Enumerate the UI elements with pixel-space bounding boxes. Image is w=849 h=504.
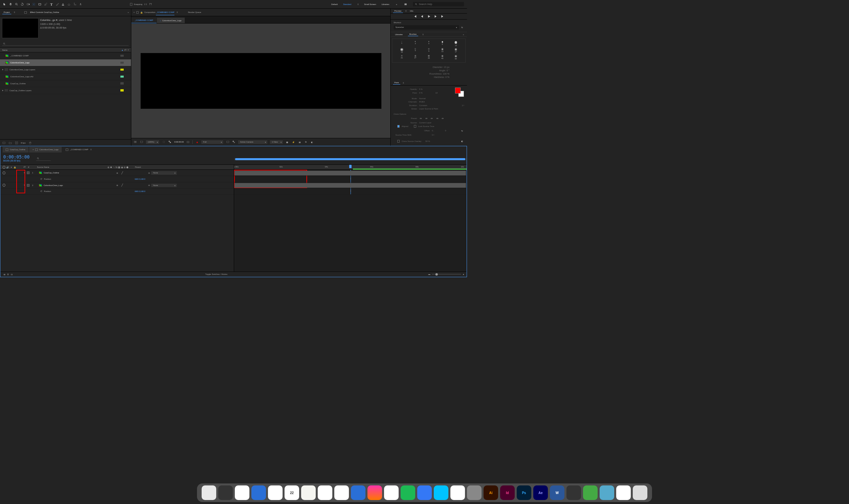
timeline-search[interactable] bbox=[36, 157, 51, 161]
snap-edge-icon[interactable] bbox=[149, 2, 152, 6]
roi-icon[interactable] bbox=[226, 140, 230, 144]
source-name-column[interactable]: Source Name bbox=[37, 166, 106, 168]
lock-toggle[interactable] bbox=[14, 184, 17, 187]
hand-tool-icon[interactable] bbox=[8, 2, 12, 6]
paint-tab[interactable]: Paint bbox=[393, 81, 401, 85]
project-item[interactable]: ColumbusCrew_Logo.c4d bbox=[0, 73, 131, 80]
current-time[interactable]: 0:00:05:00 bbox=[174, 141, 184, 143]
lock-toggle[interactable] bbox=[14, 172, 17, 175]
workspace-default[interactable]: Default bbox=[331, 3, 338, 5]
flow-value[interactable]: 0 % bbox=[419, 92, 422, 94]
play-icon[interactable] bbox=[427, 15, 431, 18]
property-value[interactable]: 660.0,168.0 bbox=[134, 190, 145, 192]
type-column[interactable]: T bbox=[128, 49, 129, 51]
render-queue-tab[interactable]: Render Queue bbox=[188, 11, 201, 13]
brush-preset[interactable]: 13 bbox=[449, 40, 462, 47]
brush-preset[interactable]: 17 bbox=[449, 48, 462, 54]
delete-icon[interactable] bbox=[28, 141, 32, 145]
mask-icon[interactable] bbox=[134, 140, 137, 144]
exposure-icon[interactable]: ◐ bbox=[310, 140, 314, 144]
parent-dropdown[interactable]: None bbox=[151, 184, 177, 187]
close-comp-icon[interactable]: × bbox=[134, 11, 135, 13]
item-label-color[interactable] bbox=[120, 55, 124, 57]
dock-app-aftereffects[interactable]: Ae bbox=[533, 485, 548, 500]
offset-y[interactable]: 0 bbox=[445, 130, 446, 132]
fast-preview-icon[interactable]: ⚡ bbox=[291, 140, 295, 144]
dock-app-spotify[interactable] bbox=[401, 485, 415, 500]
color-management-icon[interactable]: ◉ bbox=[195, 140, 199, 144]
comp-tab[interactable]: _COMBINED COMP bbox=[131, 17, 157, 23]
property-value[interactable]: 660.0,168.0 bbox=[134, 178, 145, 180]
search-help[interactable] bbox=[413, 2, 464, 6]
brush-tool-icon[interactable] bbox=[55, 2, 59, 6]
paint-color-swatches[interactable] bbox=[455, 88, 464, 97]
clone-preset-4-icon[interactable]: ▭ bbox=[435, 116, 439, 120]
brushes-menu-icon[interactable]: ≡ bbox=[422, 34, 424, 35]
opacity-value[interactable]: 0 % bbox=[419, 88, 422, 90]
label-column-icon[interactable]: 🏷 bbox=[23, 166, 25, 168]
info-tab[interactable]: Info bbox=[409, 9, 415, 13]
brush-preset[interactable]: 35 bbox=[422, 55, 435, 61]
dock-app-chrome[interactable] bbox=[235, 485, 249, 500]
clone-overlay-checkbox[interactable] bbox=[397, 140, 400, 143]
timeline-options-icon[interactable]: {} bbox=[6, 273, 10, 276]
nav-back-icon[interactable]: ‹ bbox=[160, 20, 161, 21]
video-column-icon[interactable] bbox=[3, 166, 6, 169]
comp-tab[interactable]: ‹ColumbusCrew_Logo bbox=[157, 18, 185, 23]
preview-menu-icon[interactable]: ≡ bbox=[405, 10, 407, 12]
dock-app-facetime[interactable] bbox=[583, 485, 598, 500]
parent-column[interactable]: Parent bbox=[135, 166, 141, 168]
dock-app-photoshop[interactable]: Ps bbox=[517, 485, 531, 500]
workspace-reset-icon[interactable] bbox=[404, 2, 408, 6]
project-item[interactable]: ColumbusCrew_Logo bbox=[0, 59, 131, 66]
brush-preset[interactable]: 21 bbox=[395, 55, 408, 61]
brush-preset[interactable]: 5 bbox=[409, 48, 422, 54]
anchor-tool-icon[interactable] bbox=[32, 2, 36, 6]
stopwatch-icon[interactable]: ⏱ bbox=[40, 190, 42, 192]
property-row[interactable]: ⏱Position660.0,168.0 bbox=[0, 176, 234, 182]
dock-app-music[interactable] bbox=[367, 485, 382, 500]
lock-source-checkbox[interactable] bbox=[414, 125, 417, 128]
composition-canvas[interactable] bbox=[141, 53, 381, 109]
dock-app-appstore[interactable] bbox=[351, 485, 365, 500]
project-tab[interactable]: Project bbox=[2, 11, 12, 14]
keyframe-marker-icon[interactable]: I bbox=[350, 178, 351, 180]
brush-preset[interactable]: 1 bbox=[395, 40, 408, 47]
aligned-checkbox[interactable] bbox=[397, 125, 400, 128]
snapshot-icon[interactable] bbox=[186, 140, 190, 144]
dock-app-slack[interactable] bbox=[450, 485, 465, 500]
new-comp-icon[interactable] bbox=[15, 141, 18, 145]
camera-tool-icon[interactable] bbox=[26, 2, 30, 6]
last-frame-icon[interactable] bbox=[441, 15, 445, 18]
zoom-tool-icon[interactable] bbox=[15, 2, 18, 6]
clone-preset-2-icon[interactable]: ▭ bbox=[424, 116, 428, 120]
dock-app-indesign[interactable]: Id bbox=[500, 485, 515, 500]
brush-preset[interactable]: 45 bbox=[436, 55, 449, 61]
dock-app-trash[interactable] bbox=[633, 485, 647, 500]
dock-app-mail[interactable] bbox=[268, 485, 283, 500]
selection-tool-icon[interactable] bbox=[3, 2, 7, 6]
workspace-libraries[interactable]: Libraries bbox=[382, 3, 389, 5]
eraser-tool-icon[interactable] bbox=[67, 2, 71, 6]
toggle-switches-modes[interactable]: Toggle Switches / Modes bbox=[205, 273, 228, 275]
prev-frame-icon[interactable] bbox=[420, 15, 424, 18]
next-frame-icon[interactable] bbox=[434, 15, 437, 18]
lock-column-icon[interactable]: 🔒 bbox=[14, 166, 17, 169]
dock-app-launchpad[interactable] bbox=[218, 485, 233, 500]
property-row[interactable]: ⏱Position660.0,168.0 bbox=[0, 189, 234, 195]
zoom-in-icon[interactable]: ▲ bbox=[462, 273, 464, 275]
layer-duration-bar[interactable] bbox=[234, 171, 466, 175]
grid-icon[interactable] bbox=[140, 140, 143, 144]
clone-preset-5-icon[interactable]: ▭ bbox=[441, 116, 445, 120]
expand-arrow-icon[interactable] bbox=[2, 90, 3, 91]
dock-app-cinema4d[interactable] bbox=[566, 485, 581, 500]
flowchart-icon[interactable]: ⧉ bbox=[304, 140, 308, 144]
paint-channels[interactable]: RGBA bbox=[419, 101, 425, 103]
timeline-tab[interactable]: _COMBINED COMP≡ bbox=[63, 147, 95, 152]
layer-row[interactable]: 2ColumbusCrew_Logo⊕╱⊚None bbox=[0, 182, 234, 189]
brush-preset[interactable]: 9 bbox=[436, 40, 449, 47]
overlay-diff-icon[interactable]: ◐ bbox=[460, 139, 464, 143]
brush-preset[interactable]: 65 bbox=[449, 55, 462, 61]
timeline-overlay-icon[interactable]: ⊡ bbox=[10, 273, 14, 276]
dock-app-pages[interactable] bbox=[318, 485, 332, 500]
